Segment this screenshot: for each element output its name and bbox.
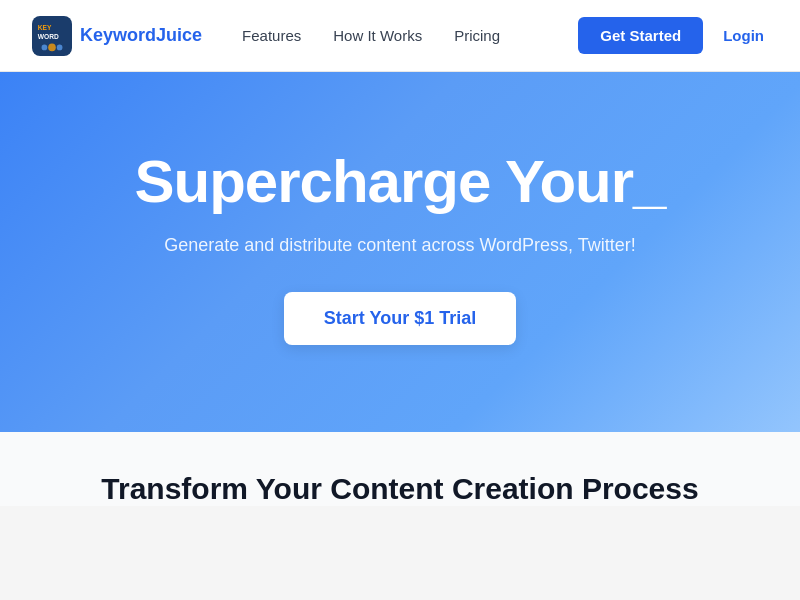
content-section: Transform Your Content Creation Process — [0, 432, 800, 506]
nav-links: Features How It Works Pricing — [242, 27, 578, 44]
content-section-title: Transform Your Content Creation Process — [101, 472, 698, 506]
nav-actions: Get Started Login — [578, 17, 768, 54]
hero-title: Supercharge Your_ — [135, 149, 666, 215]
nav-link-how-it-works[interactable]: How It Works — [333, 27, 422, 44]
hero-section: Supercharge Your_ Generate and distribut… — [0, 72, 800, 432]
svg-point-3 — [48, 43, 56, 51]
brand-name: KeywordJuice — [80, 25, 202, 46]
svg-point-5 — [57, 44, 63, 50]
logo-link[interactable]: KEY WORD KeywordJuice — [32, 16, 202, 56]
logo-icon: KEY WORD — [32, 16, 72, 56]
trial-button[interactable]: Start Your $1 Trial — [284, 292, 516, 345]
svg-text:WORD: WORD — [38, 32, 59, 39]
hero-subtitle: Generate and distribute content across W… — [164, 235, 636, 256]
svg-point-4 — [42, 44, 48, 50]
nav-link-pricing[interactable]: Pricing — [454, 27, 500, 44]
svg-text:KEY: KEY — [38, 24, 52, 31]
login-button[interactable]: Login — [719, 17, 768, 54]
get-started-button[interactable]: Get Started — [578, 17, 703, 54]
nav-link-features[interactable]: Features — [242, 27, 301, 44]
navbar: KEY WORD KeywordJuice Features How It Wo… — [0, 0, 800, 72]
